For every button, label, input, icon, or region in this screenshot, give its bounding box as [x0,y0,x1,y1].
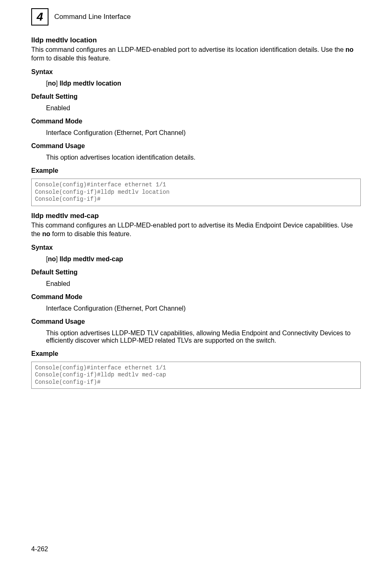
command-usage-label: Command Usage [31,142,361,150]
chapter-number: 4 [37,10,43,23]
default-setting-label: Default Setting [31,269,361,276]
command-name: lldp medtlv med-cap [31,212,361,220]
chapter-title: Command Line Interface [54,13,131,21]
example-label: Example [31,350,361,357]
default-setting-label: Default Setting [31,93,361,100]
command-usage-value: This option advertises LLDP-MED TLV capa… [46,330,361,344]
syntax-no: no [48,255,56,262]
syntax-bracket-close: ] [56,80,60,87]
command-mode-label: Command Mode [31,293,361,301]
default-setting-value: Enabled [46,280,361,288]
syntax-label: Syntax [31,68,361,76]
syntax-label: Syntax [31,244,361,251]
command-description: This command configures an LLDP-MED-enab… [31,221,361,238]
command-usage-value: This option advertises location identifi… [46,154,361,161]
desc-bold-no: no [42,230,51,237]
command-name: lldp medtlv location [31,36,361,44]
command-mode-label: Command Mode [31,118,361,125]
example-code: Console(config)#interface ethernet 1/1 C… [31,362,361,389]
syntax-no: no [48,80,56,87]
desc-text-post: form to disable this feature. [31,55,111,62]
command-mode-value: Interface Configuration (Ethernet, Port … [46,305,361,312]
chapter-number-box: 4 [31,8,48,26]
syntax-command: lldp medtlv location [60,80,121,87]
desc-text-post: form to disable this feature. [50,230,131,237]
example-label: Example [31,167,361,174]
command-usage-label: Command Usage [31,318,361,325]
syntax-bracket-close: ] [56,255,60,262]
default-setting-value: Enabled [46,104,361,112]
command-mode-value: Interface Configuration (Ethernet, Port … [46,129,361,137]
command-description: This command configures an LLDP-MED-enab… [31,45,361,63]
syntax-line: [no] lldp medtlv location [46,80,361,87]
desc-bold-no: no [346,46,354,53]
example-code: Console(config)#interface ethernet 1/1 C… [31,179,361,206]
syntax-line: [no] lldp medtlv med-cap [46,255,361,263]
desc-text-pre: This command configures an LLDP-MED-enab… [31,46,346,53]
page-number: 4-262 [31,545,48,553]
syntax-command: lldp medtlv med-cap [60,255,123,262]
page-header: 4 Command Line Interface [31,8,361,26]
